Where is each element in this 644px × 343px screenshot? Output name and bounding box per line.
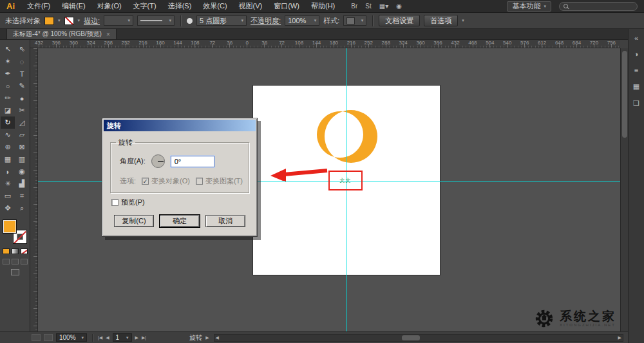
scissors-tool[interactable]: ✂ bbox=[15, 104, 29, 116]
horizontal-ruler[interactable]: 4323963603242882522161801441087236036721… bbox=[30, 40, 620, 48]
chevron-down-icon[interactable]: ▾ bbox=[58, 18, 61, 23]
text-object[interactable]: 文文 bbox=[340, 177, 352, 184]
menubar-item[interactable]: 帮助(H) bbox=[305, 0, 341, 12]
workspace-switcher[interactable]: 基本功能 ▾ bbox=[507, 1, 551, 12]
horizontal-scrollbar[interactable]: ◀ ▶ bbox=[214, 334, 623, 342]
rotate-tool[interactable]: ↻ bbox=[1, 116, 15, 129]
direct-selection-tool[interactable]: ⇖ bbox=[15, 43, 29, 55]
pencil-tool[interactable]: ✏ bbox=[1, 92, 15, 104]
menubar-item[interactable]: 文字(T) bbox=[128, 0, 162, 12]
close-icon[interactable]: × bbox=[106, 31, 110, 38]
vertical-scrollbar-thumb[interactable] bbox=[622, 51, 627, 138]
stroke-weight-dropdown[interactable]: ▾ bbox=[104, 15, 133, 26]
menubar-item[interactable]: 编辑(E) bbox=[56, 0, 91, 12]
transform-pattern-checkbox[interactable]: 变换图案(T) bbox=[196, 176, 243, 186]
eraser-tool[interactable]: ◪ bbox=[1, 104, 15, 116]
document-tab[interactable]: 未标题-4* @ 100% (RGB/预览) × bbox=[6, 29, 117, 39]
zoom-dropdown[interactable]: 100% ▾ bbox=[56, 333, 87, 342]
status-mini-icon-2[interactable] bbox=[44, 334, 53, 341]
last-artboard-button[interactable]: ▶| bbox=[142, 335, 146, 340]
previous-artboard-button[interactable]: ◀ bbox=[106, 335, 109, 340]
menubar-item[interactable]: 视图(V) bbox=[233, 0, 269, 12]
preferences-button[interactable]: 首选项 bbox=[424, 15, 458, 26]
cancel-button[interactable]: 取消 bbox=[205, 215, 245, 227]
mesh-tool[interactable]: ▦ bbox=[1, 153, 15, 165]
vertical-scrollbar[interactable] bbox=[620, 48, 628, 331]
draw-normal-button[interactable] bbox=[3, 259, 10, 264]
magic-wand-tool[interactable]: ✶ bbox=[1, 55, 15, 68]
hand-tool[interactable]: ✥ bbox=[1, 202, 15, 214]
arrange-documents-icon[interactable]: ▦▾ bbox=[379, 3, 388, 10]
menubar-item[interactable]: 选择(S) bbox=[162, 0, 198, 12]
ok-button[interactable]: 确定 bbox=[160, 215, 200, 227]
selection-tool[interactable]: ↖ bbox=[1, 43, 15, 55]
document-setup-button[interactable]: 文档设置 bbox=[379, 15, 420, 26]
status-mini-icon-1[interactable] bbox=[32, 334, 41, 341]
symbol-sprayer-tool[interactable]: ✳ bbox=[1, 178, 15, 190]
gradient-tool[interactable]: ▥ bbox=[15, 153, 29, 165]
pen-tool[interactable]: ✒ bbox=[1, 68, 15, 80]
opacity-dropdown[interactable]: 100% ▾ bbox=[285, 15, 319, 26]
copy-button[interactable]: 复制(C) bbox=[114, 215, 154, 227]
free-transform-tool[interactable]: ▱ bbox=[15, 129, 29, 141]
menubar-item[interactable]: 对象(O) bbox=[91, 0, 128, 12]
transform-object-checkbox[interactable]: ✓ 变换对象(O) bbox=[142, 176, 190, 186]
panel-menu-icon[interactable]: ▾ bbox=[462, 18, 464, 23]
screen-mode-button[interactable] bbox=[11, 269, 19, 275]
vertical-ruler[interactable] bbox=[30, 48, 38, 331]
stock-icon[interactable]: St bbox=[365, 3, 371, 10]
slice-tool[interactable]: ⌗ bbox=[15, 190, 29, 202]
bridge-icon[interactable]: Br bbox=[351, 3, 357, 10]
zoom-tool[interactable]: ⌕ bbox=[15, 202, 29, 214]
draw-behind-button[interactable] bbox=[12, 259, 19, 264]
width-profile-dropdown[interactable]: ▾ bbox=[137, 15, 175, 26]
eyedropper-tool[interactable]: ◗ bbox=[1, 165, 15, 178]
scroll-right-icon[interactable]: ▶ bbox=[618, 335, 621, 340]
dialog-titlebar[interactable]: 旋转 bbox=[104, 120, 256, 131]
menubar-item[interactable]: 文件(F) bbox=[21, 0, 56, 12]
collapse-panels-icon[interactable]: « bbox=[634, 34, 638, 42]
type-tool[interactable]: T bbox=[15, 68, 29, 80]
none-button[interactable] bbox=[21, 248, 28, 254]
preview-checkbox[interactable]: 预览(P) bbox=[111, 198, 251, 207]
angle-input[interactable]: 0° bbox=[171, 156, 214, 167]
cs-live-icon[interactable]: ◉ bbox=[396, 3, 402, 10]
column-graph-tool[interactable]: ▟ bbox=[15, 178, 29, 190]
menubar-item[interactable]: 效果(C) bbox=[197, 0, 232, 12]
fill-color-swatch[interactable] bbox=[44, 17, 54, 25]
stroke-link[interactable]: 描边: bbox=[84, 16, 100, 26]
draw-inside-button[interactable] bbox=[21, 259, 28, 264]
angle-dial[interactable] bbox=[151, 154, 165, 168]
blend-tool[interactable]: ◉ bbox=[15, 165, 29, 178]
brush-definition-dropdown[interactable]: 5 点圆形 ▾ bbox=[196, 15, 247, 26]
scale-tool[interactable]: ◿ bbox=[15, 116, 29, 129]
layers-panel-icon[interactable]: ❏ bbox=[633, 99, 639, 107]
shape-builder-tool[interactable]: ⊕ bbox=[1, 141, 15, 153]
paintbrush-tool[interactable]: ✎ bbox=[15, 80, 29, 92]
search-input[interactable] bbox=[559, 2, 638, 11]
scroll-left-icon[interactable]: ◀ bbox=[216, 335, 219, 340]
horizontal-scrollbar-thumb[interactable] bbox=[402, 335, 420, 340]
stroke-color-swatch[interactable] bbox=[64, 17, 74, 25]
menubar-item[interactable]: 窗口(W) bbox=[268, 0, 305, 12]
chevron-down-icon[interactable]: ▾ bbox=[78, 18, 80, 23]
perspective-grid-tool[interactable]: ⊠ bbox=[15, 141, 29, 153]
swatches-panel-icon[interactable]: ▦ bbox=[633, 82, 639, 91]
appearance-panel-icon[interactable]: ≡ bbox=[634, 66, 638, 74]
fill-color-control[interactable] bbox=[3, 219, 17, 234]
blob-brush-tool[interactable]: ● bbox=[15, 92, 29, 104]
color-button[interactable] bbox=[3, 248, 10, 254]
color-panel-icon[interactable]: ◑ bbox=[634, 50, 639, 58]
ellipse-tool[interactable]: ○ bbox=[1, 80, 15, 92]
lasso-tool[interactable]: ◌ bbox=[15, 55, 29, 68]
width-tool[interactable]: ∿ bbox=[1, 129, 15, 141]
gradient-button[interactable] bbox=[12, 248, 19, 254]
next-artboard-button[interactable]: ▶ bbox=[135, 335, 138, 340]
crescent-object[interactable] bbox=[317, 110, 377, 163]
artboard-number-dropdown[interactable]: 1 ▾ bbox=[113, 333, 132, 342]
first-artboard-button[interactable]: |◀ bbox=[98, 335, 102, 340]
opacity-link[interactable]: 不透明度: bbox=[251, 16, 281, 26]
artboard-tool[interactable]: ▭ bbox=[1, 190, 15, 202]
status-expand-icon[interactable]: ▶ bbox=[205, 335, 209, 340]
style-dropdown[interactable]: ▾ bbox=[343, 15, 366, 26]
